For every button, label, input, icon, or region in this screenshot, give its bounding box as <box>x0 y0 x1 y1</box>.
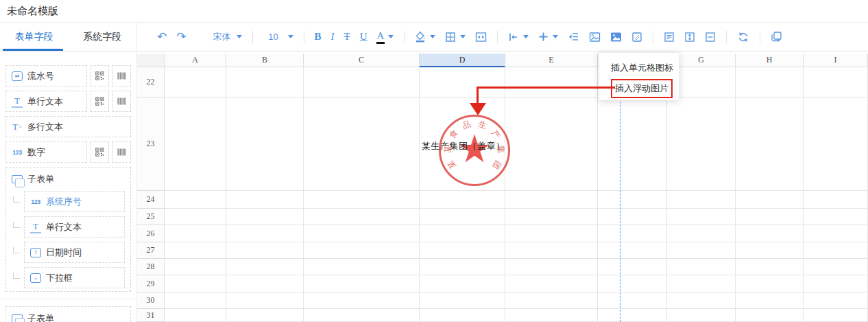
qr-code-button[interactable] <box>91 91 109 112</box>
cell-I29[interactable] <box>804 275 868 292</box>
field-system-serial[interactable]: 123 系统序号 <box>24 191 125 212</box>
cell-I23[interactable] <box>804 97 868 191</box>
row-height-button[interactable] <box>684 27 695 47</box>
row-header-26[interactable]: 26 <box>137 225 165 242</box>
font-family-select[interactable]: 宋体 <box>212 27 242 47</box>
cell-H29[interactable] <box>736 275 804 292</box>
cell-D30[interactable] <box>420 292 505 309</box>
row-header-23[interactable]: 23 <box>137 97 165 191</box>
cell-F24[interactable] <box>598 191 667 209</box>
cell-C29[interactable] <box>304 275 420 292</box>
redo-button[interactable]: ↷ <box>176 27 186 47</box>
cell-C28[interactable] <box>304 259 420 275</box>
cell-C23[interactable] <box>304 97 420 191</box>
cell-C31[interactable] <box>304 309 420 322</box>
cell-A27[interactable] <box>165 242 226 259</box>
cell-G23[interactable] <box>667 97 736 191</box>
cell-B27[interactable] <box>226 242 304 259</box>
cell-B25[interactable] <box>226 209 304 225</box>
cell-F23[interactable] <box>598 97 667 191</box>
insert-floating-image-button[interactable] <box>610 27 622 47</box>
cell-H28[interactable] <box>736 259 804 275</box>
field-single-line-text[interactable]: T 单行文本 <box>5 91 87 112</box>
field-datetime[interactable]: 7 日期时间 <box>24 242 125 263</box>
cell-C26[interactable] <box>304 225 420 242</box>
cell-D26[interactable] <box>420 225 505 242</box>
cell-G30[interactable] <box>667 292 736 309</box>
cell-B30[interactable] <box>226 292 304 309</box>
align-button[interactable] <box>508 27 529 47</box>
field-serial-number[interactable]: ⇄ 流水号 <box>5 65 87 87</box>
cell-A22[interactable] <box>165 67 226 97</box>
qr-code-button[interactable] <box>91 65 109 87</box>
insert-cell-image-button[interactable] <box>589 27 601 47</box>
field-single-line-text-sub[interactable]: T 单行文本 <box>24 216 125 238</box>
row-header-29[interactable]: 29 <box>137 275 165 292</box>
cell-H24[interactable] <box>736 191 804 209</box>
column-header-C[interactable]: C <box>304 54 420 67</box>
column-header-D[interactable]: D <box>420 54 505 67</box>
merge-cells-button[interactable] <box>475 27 487 47</box>
cell-C27[interactable] <box>304 242 420 259</box>
cell-A30[interactable] <box>165 292 226 309</box>
cell-F31[interactable] <box>598 309 667 322</box>
text-block-button[interactable] <box>664 27 675 47</box>
cell-I22[interactable] <box>804 67 868 97</box>
cell-E31[interactable] <box>505 309 598 322</box>
field-number[interactable]: 123 数字 <box>5 141 87 163</box>
cell-G24[interactable] <box>667 191 736 209</box>
menu-item-insert-floating-image[interactable]: 插入浮动图片 <box>611 79 673 98</box>
cell-B22[interactable] <box>226 67 304 97</box>
fill-color-button[interactable] <box>415 27 435 47</box>
copy-button[interactable] <box>771 27 782 47</box>
column-header-E[interactable]: E <box>505 54 598 67</box>
cell-I30[interactable] <box>804 292 868 309</box>
cell-B31[interactable] <box>226 309 304 322</box>
cell-G27[interactable] <box>667 242 736 259</box>
cell-A26[interactable] <box>165 225 226 242</box>
cell-D29[interactable] <box>420 275 505 292</box>
cell-B24[interactable] <box>226 191 304 209</box>
bold-button[interactable]: B <box>315 27 322 47</box>
cell-D24[interactable] <box>420 191 505 209</box>
cell-E28[interactable] <box>505 259 598 275</box>
barcode-button[interactable] <box>112 65 131 87</box>
cell-B28[interactable] <box>226 259 304 275</box>
cell-I25[interactable] <box>804 209 868 225</box>
row-header-25[interactable]: 25 <box>137 209 165 225</box>
cell-H30[interactable] <box>736 292 804 309</box>
cell-G29[interactable] <box>667 275 736 292</box>
cell-E24[interactable] <box>505 191 598 209</box>
cell-A29[interactable] <box>165 275 226 292</box>
cell-I26[interactable] <box>804 225 868 242</box>
field-dropdown[interactable]: ⌄ 下拉框 <box>24 267 125 288</box>
cell-D25[interactable] <box>420 209 505 225</box>
undo-button[interactable]: ↶ <box>157 27 167 47</box>
cell-B23[interactable] <box>226 97 304 191</box>
row-header-22[interactable]: 22 <box>137 67 165 97</box>
cell-F27[interactable] <box>598 242 667 259</box>
cell-C24[interactable] <box>304 191 420 209</box>
cell-H25[interactable] <box>736 209 804 225</box>
cell-F28[interactable] <box>598 259 667 275</box>
font-color-button[interactable]: A <box>377 27 394 47</box>
cell-C30[interactable] <box>304 292 420 309</box>
borders-button[interactable] <box>445 27 466 47</box>
cell-E26[interactable] <box>505 225 598 242</box>
column-header-H[interactable]: H <box>736 54 804 67</box>
insert-button[interactable] <box>538 27 558 47</box>
field-multi-line-text[interactable]: T 多行文本 <box>5 116 131 137</box>
cell-I28[interactable] <box>804 259 868 275</box>
cell-E25[interactable] <box>505 209 598 225</box>
cell-F25[interactable] <box>598 209 667 225</box>
italic-button[interactable]: I <box>331 27 335 47</box>
cell-I31[interactable] <box>804 309 868 322</box>
cell-H31[interactable] <box>736 309 804 322</box>
cell-I24[interactable] <box>804 191 868 209</box>
tab-system-fields[interactable]: 系统字段 <box>69 23 137 51</box>
row-header-27[interactable]: 27 <box>137 242 165 259</box>
outdent-button[interactable] <box>568 27 579 47</box>
cell-H27[interactable] <box>736 242 804 259</box>
cell-A24[interactable] <box>165 191 226 209</box>
cell-D31[interactable] <box>420 309 505 322</box>
